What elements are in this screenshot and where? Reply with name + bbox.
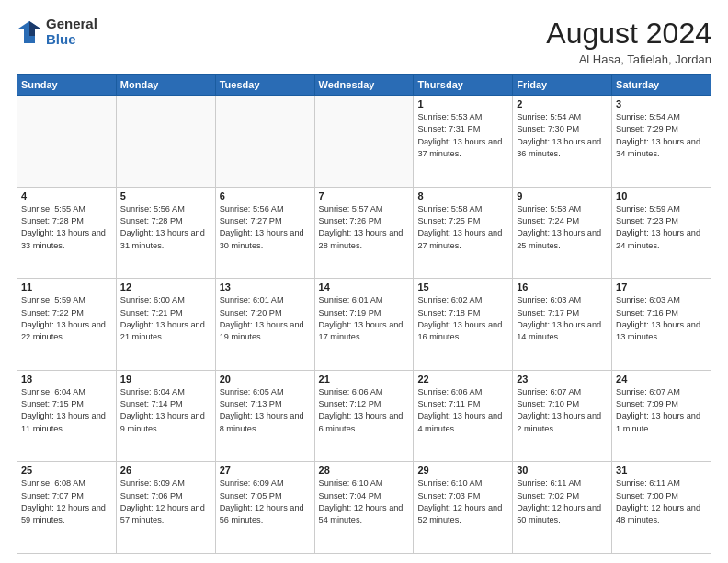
day-number: 11 [21,282,112,293]
daylight-label: Daylight: 13 hours and 37 minutes. [417,137,502,158]
sunset-label: Sunset: 7:31 PM [417,124,480,133]
day-cell-18: 18Sunrise: 6:04 AMSunset: 7:15 PMDayligh… [17,370,117,462]
day-number: 27 [220,465,311,476]
day-info: Sunrise: 5:56 AMSunset: 7:28 PMDaylight:… [120,203,211,252]
daylight-label: Daylight: 13 hours and 11 minutes. [21,411,106,432]
sunrise-label: Sunrise: 6:07 AM [616,387,680,396]
day-number: 16 [517,282,608,293]
sunset-label: Sunset: 7:17 PM [517,308,579,317]
day-number: 19 [120,373,211,385]
day-cell-21: 21Sunrise: 6:06 AMSunset: 7:12 PMDayligh… [314,370,414,462]
day-number: 4 [21,190,112,201]
weekday-header-wednesday: Wednesday [314,75,414,96]
day-cell-1: 1Sunrise: 5:53 AMSunset: 7:31 PMDaylight… [414,96,513,188]
daylight-label: Daylight: 12 hours and 54 minutes. [319,503,404,524]
sunrise-label: Sunrise: 6:04 AM [120,387,185,396]
sunrise-label: Sunrise: 6:04 AM [21,387,85,396]
sunset-label: Sunset: 7:23 PM [616,216,678,225]
calendar-week-3: 11Sunrise: 5:59 AMSunset: 7:22 PMDayligh… [17,279,711,371]
day-info: Sunrise: 6:08 AMSunset: 7:07 PMDaylight:… [21,477,112,526]
day-info: Sunrise: 6:03 AMSunset: 7:17 PMDaylight:… [517,294,608,343]
day-number: 2 [517,98,608,109]
daylight-label: Daylight: 13 hours and 6 minutes. [319,411,404,432]
day-cell-15: 15Sunrise: 6:02 AMSunset: 7:18 PMDayligh… [414,279,513,371]
weekday-header-thursday: Thursday [414,75,513,96]
logo-text: General Blue [46,17,97,47]
day-cell-2: 2Sunrise: 5:54 AMSunset: 7:30 PMDaylight… [513,96,612,188]
weekday-header-row: SundayMondayTuesdayWednesdayThursdayFrid… [17,75,711,96]
day-cell-27: 27Sunrise: 6:09 AMSunset: 7:05 PMDayligh… [215,462,314,554]
empty-cell [17,96,117,188]
day-info: Sunrise: 6:00 AMSunset: 7:21 PMDaylight:… [120,294,211,343]
daylight-label: Daylight: 13 hours and 33 minutes. [21,228,106,249]
day-number: 28 [319,465,410,476]
sunrise-label: Sunrise: 6:08 AM [21,478,85,488]
day-number: 7 [319,190,410,201]
sunset-label: Sunset: 7:06 PM [120,491,183,500]
daylight-label: Daylight: 12 hours and 59 minutes. [21,503,106,524]
sunrise-label: Sunrise: 6:11 AM [616,478,680,488]
calendar-week-4: 18Sunrise: 6:04 AMSunset: 7:15 PMDayligh… [17,370,711,462]
day-cell-20: 20Sunrise: 6:05 AMSunset: 7:13 PMDayligh… [215,370,314,462]
sunrise-label: Sunrise: 6:03 AM [616,295,680,304]
day-number: 21 [319,373,410,385]
logo-icon [17,19,42,45]
day-info: Sunrise: 6:07 AMSunset: 7:09 PMDaylight:… [616,386,707,435]
day-number: 18 [21,373,112,385]
sunrise-label: Sunrise: 6:02 AM [417,295,482,304]
day-info: Sunrise: 6:05 AMSunset: 7:13 PMDaylight:… [220,386,311,435]
weekday-header-saturday: Saturday [612,75,711,96]
daylight-label: Daylight: 12 hours and 50 minutes. [517,503,601,524]
daylight-label: Daylight: 12 hours and 57 minutes. [120,503,205,524]
day-cell-23: 23Sunrise: 6:07 AMSunset: 7:10 PMDayligh… [513,370,612,462]
day-number: 25 [21,465,112,476]
sunset-label: Sunset: 7:29 PM [616,124,678,133]
logo: General Blue [17,17,97,47]
sunrise-label: Sunrise: 6:07 AM [517,387,581,396]
day-info: Sunrise: 6:09 AMSunset: 7:05 PMDaylight:… [220,477,311,526]
day-info: Sunrise: 5:59 AMSunset: 7:23 PMDaylight:… [616,203,707,252]
day-number: 9 [517,190,608,201]
day-info: Sunrise: 6:07 AMSunset: 7:10 PMDaylight:… [517,386,608,435]
sunrise-label: Sunrise: 5:58 AM [517,204,581,213]
day-number: 8 [417,190,508,201]
day-info: Sunrise: 5:59 AMSunset: 7:22 PMDaylight:… [21,294,112,343]
day-info: Sunrise: 6:10 AMSunset: 7:04 PMDaylight:… [319,477,410,526]
day-cell-14: 14Sunrise: 6:01 AMSunset: 7:19 PMDayligh… [314,279,414,371]
sunset-label: Sunset: 7:02 PM [517,491,579,500]
sunset-label: Sunset: 7:20 PM [220,308,282,317]
day-info: Sunrise: 6:06 AMSunset: 7:12 PMDaylight:… [319,386,410,435]
day-number: 26 [120,465,211,476]
sunset-label: Sunset: 7:21 PM [120,308,183,317]
day-cell-16: 16Sunrise: 6:03 AMSunset: 7:17 PMDayligh… [513,279,612,371]
day-info: Sunrise: 5:55 AMSunset: 7:28 PMDaylight:… [21,203,112,252]
day-number: 29 [417,465,508,476]
day-info: Sunrise: 5:54 AMSunset: 7:29 PMDaylight:… [616,111,707,160]
day-cell-29: 29Sunrise: 6:10 AMSunset: 7:03 PMDayligh… [414,462,513,554]
day-cell-24: 24Sunrise: 6:07 AMSunset: 7:09 PMDayligh… [612,370,711,462]
daylight-label: Daylight: 13 hours and 16 minutes. [417,320,502,341]
sunrise-label: Sunrise: 5:56 AM [120,204,185,213]
day-info: Sunrise: 6:09 AMSunset: 7:06 PMDaylight:… [120,477,211,526]
calendar-week-1: 1Sunrise: 5:53 AMSunset: 7:31 PMDaylight… [17,96,711,188]
day-cell-4: 4Sunrise: 5:55 AMSunset: 7:28 PMDaylight… [17,187,117,279]
day-cell-25: 25Sunrise: 6:08 AMSunset: 7:07 PMDayligh… [17,462,117,554]
day-number: 23 [517,373,608,385]
day-number: 17 [616,282,707,293]
logo-general: General [46,17,97,32]
sunset-label: Sunset: 7:05 PM [220,491,282,500]
day-cell-11: 11Sunrise: 5:59 AMSunset: 7:22 PMDayligh… [17,279,117,371]
sunset-label: Sunset: 7:04 PM [319,491,381,500]
day-info: Sunrise: 6:04 AMSunset: 7:15 PMDaylight:… [21,386,112,435]
day-cell-19: 19Sunrise: 6:04 AMSunset: 7:14 PMDayligh… [116,370,215,462]
sunrise-label: Sunrise: 6:10 AM [417,478,482,488]
page: General Blue August 2024 Al Hasa, Tafiel… [0,0,728,563]
sunrise-label: Sunrise: 6:01 AM [220,295,284,304]
sunrise-label: Sunrise: 6:09 AM [220,478,284,488]
day-info: Sunrise: 5:58 AMSunset: 7:25 PMDaylight:… [417,203,508,252]
sunrise-label: Sunrise: 5:55 AM [21,204,85,213]
day-info: Sunrise: 6:02 AMSunset: 7:18 PMDaylight:… [417,294,508,343]
sunrise-label: Sunrise: 5:59 AM [616,204,680,213]
daylight-label: Daylight: 13 hours and 31 minutes. [120,228,205,249]
daylight-label: Daylight: 13 hours and 14 minutes. [517,320,601,341]
